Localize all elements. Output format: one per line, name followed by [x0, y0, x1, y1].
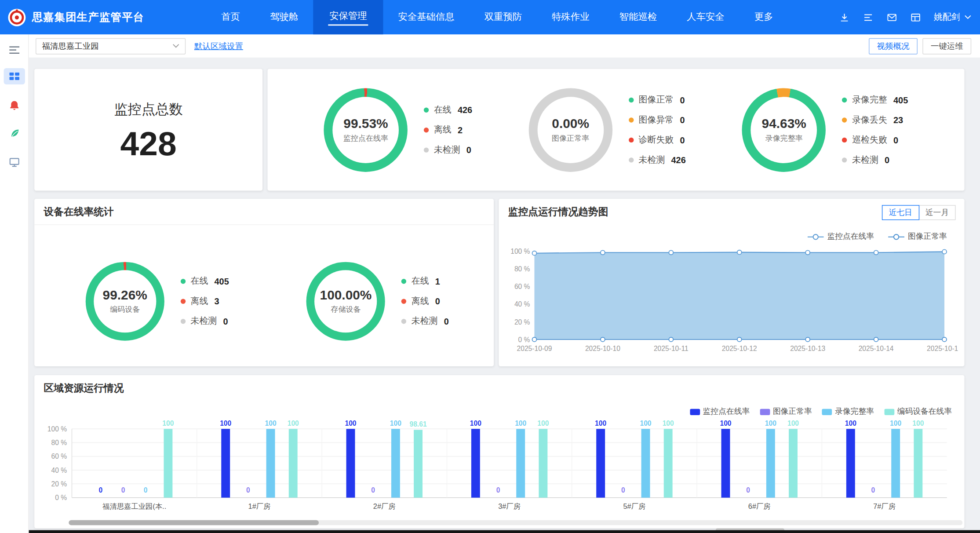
svg-text:2025-10-13: 2025-10-13 [790, 345, 825, 352]
trend-chart-card: 监控点运行情况趋势图 近七日近一月 监控点在线率图像正常率 100 %80 %6… [499, 199, 964, 366]
legend-dot [842, 157, 847, 162]
sidebar-item-screen[interactable] [0, 153, 29, 172]
region-select[interactable]: 福清思嘉工业园 [36, 38, 186, 54]
region-legend-item[interactable]: 录像完整率 [822, 406, 874, 417]
video-overview-button[interactable]: 视频概况 [869, 38, 918, 54]
nav-item-label: 更多 [754, 11, 773, 23]
svg-text:0 %: 0 % [55, 494, 67, 501]
list-icon[interactable] [863, 11, 874, 23]
default-region-link[interactable]: 默认区域设置 [194, 40, 243, 52]
nav-item-label: 驾驶舱 [270, 11, 298, 23]
video-wall-icon [9, 73, 19, 80]
chart-hscrollbar-thumb[interactable] [69, 520, 319, 525]
legend-dot [629, 97, 634, 102]
donut-label: 图像正常率 [552, 133, 589, 143]
svg-text:100: 100 [787, 420, 799, 427]
app-root: 思嘉集团生产监管平台 首页驾驶舱安保管理安全基础信息双重预防特殊作业智能巡检人车… [0, 0, 980, 533]
donut-percent: 94.63% [762, 116, 806, 131]
nav-item-label: 首页 [221, 11, 240, 23]
legend-dot [424, 107, 429, 112]
svg-text:100: 100 [663, 420, 674, 427]
svg-text:2025-10-15: 2025-10-15 [927, 345, 958, 352]
svg-text:3#厂房: 3#厂房 [498, 502, 521, 510]
donut-percent: 99.53% [343, 116, 388, 131]
panel-icon[interactable] [910, 11, 922, 23]
legend-item: 录像完整405 [842, 94, 908, 106]
legend-item: 未检测0 [401, 316, 449, 327]
svg-text:100 %: 100 % [47, 425, 67, 433]
svg-text:0: 0 [121, 486, 125, 494]
svg-text:0: 0 [371, 486, 375, 494]
sidebar-item-alarm[interactable] [0, 96, 29, 115]
toolbar-right: 视频概况 一键运维 [869, 38, 971, 54]
legend-label: 图像异常 [639, 114, 674, 125]
svg-text:100: 100 [162, 420, 174, 427]
donut-chart: 99.26%编码设备 [86, 262, 164, 341]
nav-item-label: 双重预防 [485, 11, 522, 23]
range-tab-近七日[interactable]: 近七日 [882, 205, 919, 220]
nav-item-更多[interactable]: 更多 [740, 0, 788, 34]
svg-text:100: 100 [890, 420, 901, 427]
brand: 思嘉集团生产监管平台 [7, 0, 144, 34]
range-tabs: 近七日近一月 [882, 205, 956, 220]
region-legend-item[interactable]: 图像正常率 [760, 406, 812, 417]
donut-group: 99.26%编码设备在线405离线3未检测0 [86, 262, 229, 341]
region-legend-item[interactable]: 监控点在线率 [690, 406, 750, 417]
nav-item-人车安全[interactable]: 人车安全 [672, 0, 740, 34]
app-title: 思嘉集团生产监管平台 [32, 10, 145, 25]
svg-text:0: 0 [871, 486, 875, 494]
legend-value: 405 [893, 95, 908, 105]
region-card-title: 区域资源运行情况 [44, 382, 124, 395]
legend-value: 0 [444, 316, 449, 326]
device-donut-groups: 99.26%编码设备在线405离线3未检测0100.00%存储设备在线1离线0未… [47, 236, 488, 366]
legend-item: 图像正常0 [629, 94, 686, 106]
nav-item-驾驶舱[interactable]: 驾驶舱 [255, 0, 313, 34]
region-bar-chart: 100 %80 %60 %40 %20 %0 %福清思嘉工业园(本..00010… [40, 419, 953, 514]
legend-item: 图像异常0 [629, 114, 686, 125]
sidebar [0, 34, 29, 533]
region-legend-item[interactable]: 编码设备在线率 [884, 406, 952, 417]
legend-label: 在线 [412, 276, 429, 287]
svg-text:100: 100 [640, 420, 651, 427]
legend-swatch [760, 409, 770, 415]
summary-donut-groups: 99.53%监控点在线率在线426离线2未检测00.00%图像正常率图像正常0图… [267, 69, 964, 190]
sidebar-item-video-wall[interactable] [0, 67, 29, 86]
legend-label: 录像完整 [852, 94, 887, 106]
user-menu[interactable]: 姚配剑 [934, 11, 971, 23]
svg-text:100: 100 [220, 420, 231, 427]
sidebar-item-environment[interactable] [0, 124, 29, 142]
donut-chart: 0.00%图像正常率 [528, 88, 612, 172]
legend-dot [629, 137, 634, 142]
region-legend-label: 监控点在线率 [703, 406, 750, 417]
nav-item-首页[interactable]: 首页 [206, 0, 255, 34]
region-legend: 监控点在线率图像正常率录像完整率编码设备在线率 [690, 406, 952, 417]
svg-text:80 %: 80 % [514, 265, 530, 273]
chart-hscrollbar[interactable] [69, 520, 962, 525]
legend-dot [401, 279, 406, 284]
nav-item-安全基础信息[interactable]: 安全基础信息 [383, 0, 469, 34]
sidebar-menu-toggle[interactable] [0, 40, 29, 59]
chevron-down-icon [965, 15, 972, 19]
svg-text:100: 100 [390, 420, 401, 427]
legend-value: 426 [458, 105, 472, 115]
download-icon[interactable] [839, 11, 850, 23]
donut-label: 存储设备 [331, 304, 361, 315]
menu-toggle-icon [9, 46, 20, 55]
nav-item-安保管理[interactable]: 安保管理 [313, 0, 383, 34]
donut-legend: 图像正常0图像异常0诊断失败0未检测426 [629, 94, 686, 165]
nav-items: 首页驾驶舱安保管理安全基础信息双重预防特殊作业智能巡检人车安全更多 [206, 0, 788, 34]
mail-icon[interactable] [886, 11, 898, 23]
svg-text:100: 100 [288, 420, 299, 427]
svg-text:7#厂房: 7#厂房 [873, 502, 896, 510]
range-tab-近一月[interactable]: 近一月 [918, 205, 956, 220]
legend-value: 0 [435, 296, 440, 307]
divider [34, 224, 494, 225]
one-key-ops-button[interactable]: 一键运维 [922, 38, 971, 54]
nav-item-label: 安保管理 [328, 9, 368, 26]
legend-label: 离线 [412, 296, 429, 307]
donut-legend: 在线1离线0未检测0 [401, 276, 449, 327]
svg-text:2025-10-14: 2025-10-14 [859, 345, 894, 352]
nav-item-智能巡检[interactable]: 智能巡检 [605, 0, 672, 34]
nav-item-特殊作业[interactable]: 特殊作业 [537, 0, 605, 34]
nav-item-双重预防[interactable]: 双重预防 [470, 0, 537, 34]
